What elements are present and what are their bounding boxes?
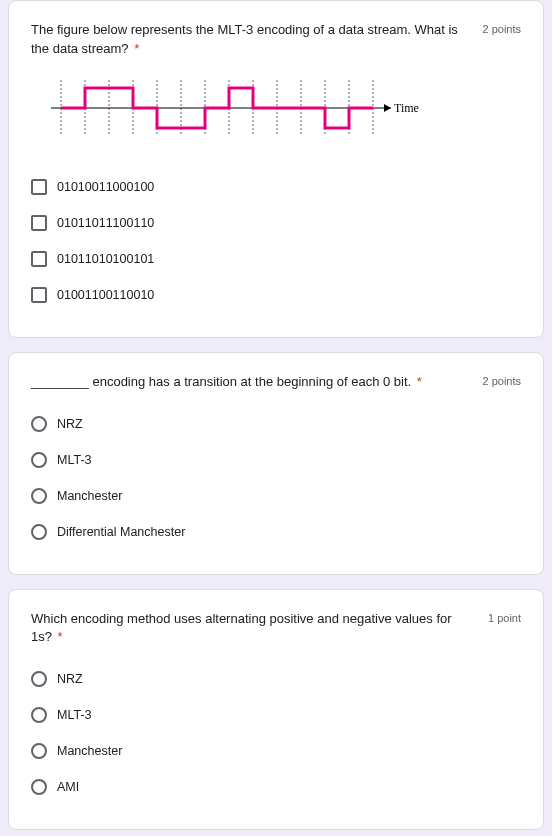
option-label: Manchester [57,744,122,758]
checkbox-option[interactable]: 01001100110010 [31,281,521,309]
time-axis-label: Time [394,101,419,115]
option-label: MLT-3 [57,453,92,467]
question-header: Which encoding method uses alternating p… [31,610,521,648]
radio-icon [31,488,47,504]
radio-icon [31,779,47,795]
required-asterisk: * [417,374,422,389]
question-body: ________ encoding has a transition at th… [31,374,411,389]
checkbox-icon [31,215,47,231]
options-group: NRZ MLT-3 Manchester AMI [31,665,521,801]
radio-icon [31,671,47,687]
question-text: Which encoding method uses alternating p… [31,610,474,648]
question-body: Which encoding method uses alternating p… [31,611,452,645]
option-label: AMI [57,780,79,794]
option-label: Differential Manchester [57,525,185,539]
checkbox-icon [31,287,47,303]
checkbox-option[interactable]: 01011011100110 [31,209,521,237]
option-label: NRZ [57,417,83,431]
option-label: Manchester [57,489,122,503]
option-label: 01001100110010 [57,288,154,302]
points-label: 2 points [482,375,521,387]
mlt3-waveform: Time [31,75,421,155]
radio-icon [31,743,47,759]
radio-icon [31,524,47,540]
radio-option[interactable]: NRZ [31,665,521,693]
required-asterisk: * [58,629,63,644]
mlt3-diagram: Time [31,75,521,155]
radio-icon [31,707,47,723]
question-card: Which encoding method uses alternating p… [8,589,544,831]
option-label: MLT-3 [57,708,92,722]
radio-option[interactable]: MLT-3 [31,446,521,474]
svg-marker-15 [384,104,391,112]
question-text: The figure below represents the MLT-3 en… [31,21,468,59]
radio-option[interactable]: Differential Manchester [31,518,521,546]
radio-option[interactable]: Manchester [31,737,521,765]
option-label: 01010011000100 [57,180,154,194]
options-group: NRZ MLT-3 Manchester Differential Manche… [31,410,521,546]
radio-option[interactable]: MLT-3 [31,701,521,729]
question-header: ________ encoding has a transition at th… [31,373,521,392]
option-label: 01011011100110 [57,216,154,230]
checkbox-icon [31,179,47,195]
options-group: 01010011000100 01011011100110 0101101010… [31,173,521,309]
points-label: 2 points [482,23,521,35]
checkbox-option[interactable]: 01011010100101 [31,245,521,273]
required-asterisk: * [134,41,139,56]
option-label: 01011010100101 [57,252,154,266]
option-label: NRZ [57,672,83,686]
question-header: The figure below represents the MLT-3 en… [31,21,521,59]
radio-option[interactable]: NRZ [31,410,521,438]
radio-option[interactable]: Manchester [31,482,521,510]
question-card: The figure below represents the MLT-3 en… [8,0,544,338]
question-card: ________ encoding has a transition at th… [8,352,544,575]
radio-icon [31,452,47,468]
checkbox-icon [31,251,47,267]
radio-option[interactable]: AMI [31,773,521,801]
points-label: 1 point [488,612,521,624]
question-body: The figure below represents the MLT-3 en… [31,22,458,56]
checkbox-option[interactable]: 01010011000100 [31,173,521,201]
radio-icon [31,416,47,432]
question-text: ________ encoding has a transition at th… [31,373,468,392]
